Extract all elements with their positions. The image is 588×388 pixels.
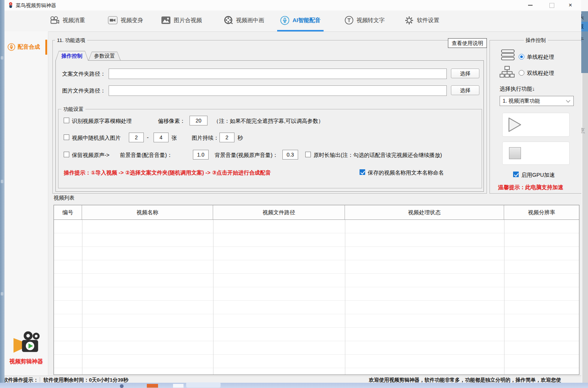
dropdown-value: 1. 视频消重功能 [503,98,540,104]
tab-parameter-settings[interactable]: 参数设置 [88,52,121,60]
save-name-label: 保存的视频名称用文本名称命名 [368,169,444,176]
sidebar: 配音合成 视频剪辑神器 [4,31,48,376]
nav-tab-image-to-video[interactable]: 图片合视频 [158,10,205,30]
nav-tab-picture-in-picture[interactable]: 视频画中画 [221,10,267,30]
background-window-left-edge [0,0,4,383]
function-dropdown[interactable]: 1. 视频消重功能 [500,96,574,106]
video-camera-logo [13,330,42,355]
column-header-status[interactable]: 视频处理状态 [345,205,504,219]
edge-artifact [1,292,3,295]
image-duration-input[interactable]: 2 [219,133,234,142]
keep-original-audio-checkbox[interactable] [64,152,69,157]
groupbox-title: 11. 功能选项 [55,37,87,44]
column-header-video-name[interactable]: 视频名称 [82,205,213,219]
insert-min-input[interactable]: 2 [129,133,144,142]
nav-tab-label: 视频变身 [121,17,143,24]
gpu-acceleration-checkbox[interactable] [513,172,519,177]
foreground-volume-label: 前景音量(配音音量)： [120,152,172,159]
view-instructions-button[interactable]: 查看使用说明 [448,38,487,48]
dual-thread-label: 双线程处理 [527,70,554,77]
nav-tab-label: 视频转文字 [357,17,385,24]
select-function-label: 选择执行功能↓ [500,85,535,93]
dual-thread-icon [500,66,515,79]
dual-thread-radio[interactable] [519,70,524,76]
tab-operation-control[interactable]: 操作控制 [55,51,88,61]
settings-title: 功能设置 [61,106,85,113]
single-thread-radio[interactable] [519,54,524,60]
partial-glyph: 鼓 [581,23,584,30]
minimize-icon [528,5,533,6]
start-button[interactable] [502,113,570,137]
nav-tab-label: 软件设置 [417,17,439,24]
edge-artifact: 烹 [581,73,588,383]
copy-folder-path-input[interactable] [109,69,447,79]
blur-subtitles-checkbox[interactable] [64,118,69,123]
foreground-volume-input[interactable]: 1.0 [193,150,209,160]
maximize-icon [549,3,554,8]
sidebar-item-dubbing-synthesis[interactable]: 配音合成 [7,39,45,55]
nav-tab-ai-dubbing[interactable]: AI智能配音 [277,10,324,31]
column-divider [213,220,213,375]
background-volume-input[interactable]: 0.3 [282,150,298,160]
nav-tab-label: 图片合视频 [174,17,202,24]
single-thread-icon [501,49,515,61]
taskbar-icon [147,384,158,388]
column-header-index[interactable]: 编号 [54,205,82,219]
image-folder-label: 图片文件夹路径： [62,87,106,94]
chevron-down-icon [566,98,570,102]
column-header-resolution[interactable]: 视频分辨率 [504,205,579,219]
random-insert-images-checkbox[interactable] [64,134,69,140]
image-folder-path-input[interactable] [109,85,447,96]
edge-artifact [581,0,588,11]
offset-pixels-input[interactable]: 20 [190,116,207,125]
status-separator [40,377,40,382]
screen: 头 鼓 牛 烹 菜鸟视频剪辑神器 × [0,0,588,388]
edge-artifact: 头 鼓 牛 [581,11,588,73]
gpu-tip: 温馨提示：此电脑支持加速 [498,184,563,191]
background-volume-label: 背景音量(视频原声音量)： [215,152,278,159]
random-insert-images-label: 视频中随机插入图片 [72,134,121,142]
nav-tab-video-to-text[interactable]: 视频转文字 [342,10,388,30]
column-header-file-path[interactable]: 视频文件路径 [213,205,345,219]
welcome-text: 欢迎使用视频剪辑神器，软件功能非常多，功能都是独立分明的，操作简单，欢迎您使 [369,377,561,383]
nav-tab-settings[interactable]: 软件设置 [401,10,442,30]
insert-max-input[interactable]: 4 [154,133,169,142]
original-duration-checkbox[interactable] [305,152,311,157]
title-bar: 菜鸟视频剪辑神器 × [4,0,581,10]
maximize-button[interactable] [545,0,558,10]
nav-tab-label: AI智能配音 [293,17,321,24]
range-dash: - [147,134,149,140]
taskbar-sliver [0,383,588,388]
edge-artifact [1,56,3,60]
movie-camera-icon [50,16,60,24]
partial-glyph: 头 [581,13,584,21]
partial-glyph: 烹 [581,127,585,134]
sidebar-item-label: 配音合成 [18,43,40,51]
play-icon [508,116,522,133]
table-body-empty [54,220,579,375]
stop-icon [509,147,521,159]
image-folder-select-button[interactable]: 选择 [451,85,479,95]
column-divider [504,220,504,375]
remaining-time-text: 软件使用剩余时间：0天0小时1分39秒 [43,377,128,383]
active-indicator [45,40,47,55]
nav-tab-label: 视频消重 [63,17,85,24]
nav-tab-video-transform[interactable]: 视频变身 [105,10,146,30]
copy-folder-select-button[interactable]: 选择 [451,69,479,78]
nav-tab-label: 视频画中画 [236,17,264,24]
taskbar-icon [173,384,184,388]
main-nav: 视频消重 视频变身 图片合视频 [4,10,581,32]
close-icon: × [569,0,572,10]
background-window-right-edge: 头 鼓 牛 烹 [581,0,588,383]
save-name-checkbox[interactable] [360,169,365,175]
column-divider [345,220,345,375]
status-bar: 软件操作提示： 软件使用剩余时间：0天0小时1分39秒 欢迎使用视频剪辑神器，软… [0,376,583,383]
gear-icon [404,16,414,25]
control-panel-title: 操作控制 [524,37,548,44]
minimize-button[interactable] [524,0,537,10]
nav-tab-video-dedup[interactable]: 视频消重 [47,10,88,30]
stop-button[interactable] [502,142,570,165]
logo-caption: 视频剪辑神器 [4,358,48,365]
close-button[interactable]: × [564,0,577,10]
original-duration-label: 原时长输出(注：勾选的话配音读完视频还会继续播放) [313,152,442,159]
